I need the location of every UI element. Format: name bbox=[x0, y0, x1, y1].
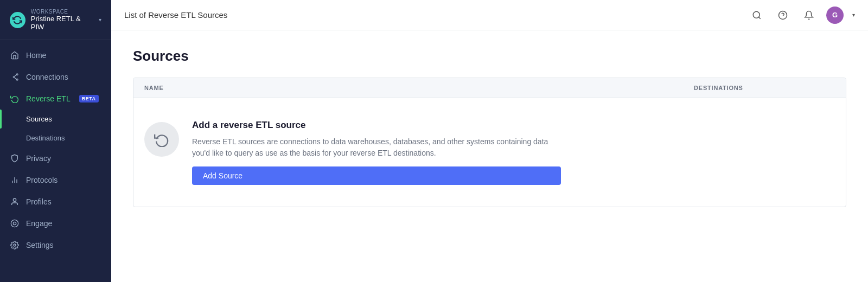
empty-state-title: Add a reverse ETL source bbox=[192, 120, 561, 131]
avatar-chevron-icon: ▾ bbox=[852, 12, 855, 18]
search-button[interactable] bbox=[748, 7, 765, 24]
sidebar-item-destinations[interactable]: Destinations bbox=[0, 129, 111, 148]
svg-point-8 bbox=[14, 244, 16, 246]
sidebar-item-connections[interactable]: Connections bbox=[0, 66, 111, 88]
profiles-label: Profiles bbox=[26, 197, 52, 206]
empty-state-content: Add a reverse ETL source Reverse ETL sou… bbox=[192, 120, 561, 185]
column-name: NAME bbox=[133, 78, 683, 98]
main-content: List of Reverse ETL Sources bbox=[111, 0, 868, 282]
sidebar: Workspace Pristine RETL & PIW ▾ Home bbox=[0, 0, 111, 282]
home-icon bbox=[10, 50, 20, 60]
reverse-etl-subnav: Sources Destinations bbox=[0, 110, 111, 148]
sidebar-item-settings[interactable]: Settings bbox=[0, 234, 111, 256]
bell-icon bbox=[804, 10, 814, 20]
profiles-icon bbox=[10, 197, 20, 207]
topbar: List of Reverse ETL Sources bbox=[111, 0, 868, 30]
protocols-label: Protocols bbox=[26, 176, 58, 184]
column-destinations: DESTINATIONS bbox=[683, 78, 846, 98]
sidebar-navigation: Home Connections bbox=[0, 40, 111, 282]
svg-point-1 bbox=[16, 74, 18, 75]
privacy-label: Privacy bbox=[26, 154, 51, 163]
svg-point-7 bbox=[13, 222, 16, 225]
connections-label: Connections bbox=[26, 73, 68, 81]
sources-heading: Sources bbox=[133, 48, 846, 65]
destinations-label: Destinations bbox=[26, 134, 65, 142]
notifications-button[interactable] bbox=[800, 7, 818, 24]
connections-icon bbox=[10, 72, 20, 82]
workspace-name: Pristine RETL & PIW bbox=[31, 15, 93, 31]
settings-icon bbox=[10, 240, 20, 250]
svg-line-3 bbox=[14, 75, 16, 77]
empty-state-icon-circle bbox=[144, 122, 179, 157]
protocols-icon bbox=[10, 175, 20, 185]
svg-point-9 bbox=[753, 11, 760, 18]
reverse-etl-icon bbox=[10, 94, 20, 104]
home-label: Home bbox=[26, 51, 46, 60]
reverse-etl-empty-icon bbox=[154, 132, 169, 147]
sidebar-item-profiles[interactable]: Profiles bbox=[0, 191, 111, 213]
logo-icon bbox=[10, 12, 25, 28]
workspace-chevron-icon: ▾ bbox=[99, 17, 101, 23]
help-button[interactable] bbox=[774, 7, 792, 24]
svg-point-2 bbox=[16, 79, 18, 80]
help-icon bbox=[778, 10, 788, 20]
svg-point-5 bbox=[13, 198, 16, 201]
sources-table: NAME DESTINATIONS Add a reverse ETL sour… bbox=[133, 78, 846, 207]
workspace-logo[interactable]: Workspace Pristine RETL & PIW ▾ bbox=[0, 0, 111, 40]
svg-line-4 bbox=[14, 77, 16, 79]
reverse-etl-label: Reverse ETL bbox=[26, 94, 71, 103]
svg-point-6 bbox=[11, 220, 18, 227]
avatar[interactable]: G bbox=[826, 7, 844, 24]
workspace-label: Workspace bbox=[31, 9, 93, 15]
topbar-actions: G ▾ bbox=[748, 7, 855, 24]
table-header: NAME DESTINATIONS bbox=[133, 78, 846, 98]
sidebar-item-sources[interactable]: Sources bbox=[0, 110, 111, 129]
page-content-area: Sources NAME DESTINATIONS Add a reverse … bbox=[111, 30, 868, 282]
engage-label: Engage bbox=[26, 219, 52, 228]
beta-badge: BETA bbox=[79, 95, 99, 102]
engage-icon bbox=[10, 219, 20, 228]
page-title: List of Reverse ETL Sources bbox=[124, 10, 748, 20]
add-source-button[interactable]: Add Source bbox=[192, 166, 561, 185]
privacy-icon bbox=[10, 153, 20, 163]
sidebar-item-home[interactable]: Home bbox=[0, 44, 111, 66]
sources-label: Sources bbox=[26, 115, 52, 123]
empty-state-description: Reverse ETL sources are connections to d… bbox=[192, 136, 561, 159]
svg-line-10 bbox=[758, 17, 760, 18]
settings-label: Settings bbox=[26, 241, 54, 249]
workspace-text: Workspace Pristine RETL & PIW bbox=[31, 9, 93, 31]
sidebar-item-privacy[interactable]: Privacy bbox=[0, 148, 111, 169]
search-icon bbox=[752, 10, 762, 20]
sidebar-item-engage[interactable]: Engage bbox=[0, 213, 111, 234]
sidebar-item-reverse-etl[interactable]: Reverse ETL BETA bbox=[0, 88, 111, 110]
sidebar-item-protocols[interactable]: Protocols bbox=[0, 169, 111, 191]
table-body-empty: Add a reverse ETL source Reverse ETL sou… bbox=[133, 98, 846, 207]
